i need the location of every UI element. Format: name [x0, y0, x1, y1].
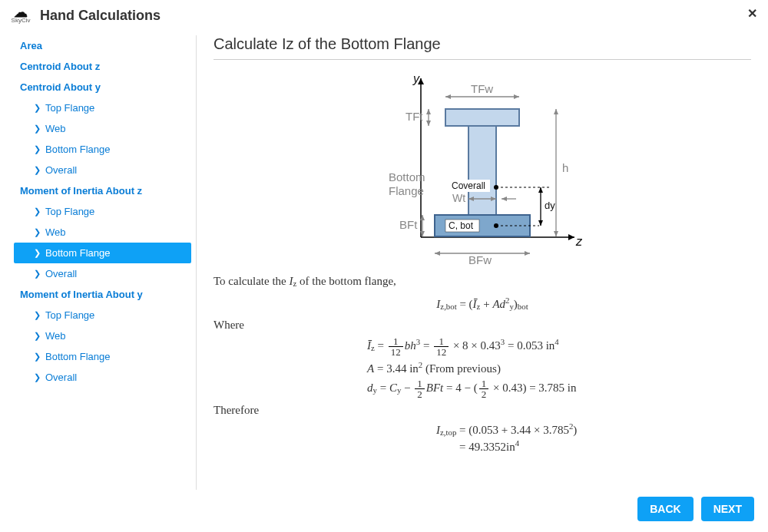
svg-marker-9: [514, 94, 519, 99]
sidebar-item-label: Moment of Inertia About y: [20, 289, 143, 300]
close-icon[interactable]: ✕: [747, 6, 757, 21]
svg-rect-5: [468, 126, 496, 215]
dim-wt: Wt: [452, 192, 465, 204]
dim-bfw: BFw: [468, 253, 492, 264]
sidebar-item-top-flange[interactable]: ❯Top Flange: [14, 305, 191, 325]
axis-y-label: y: [412, 72, 420, 85]
sidebar-item-web[interactable]: ❯Web: [14, 222, 191, 243]
svg-marker-18: [554, 231, 558, 236]
svg-marker-31: [502, 197, 507, 201]
sidebar-item-label: Moment of Inertia About z: [20, 185, 142, 197]
sidebar-item-web[interactable]: ❯Web: [14, 325, 191, 346]
sidebar-item-label: Overall: [45, 372, 77, 383]
sidebar-item-label: Top Flange: [45, 206, 94, 217]
dim-tfw: TFw: [471, 82, 493, 95]
content-panel: Calculate Iz of the Bottom Flange y z TF…: [197, 35, 759, 490]
svg-marker-35: [525, 251, 530, 256]
para-intro: To calculate the Iz of the bottom flange…: [214, 275, 751, 288]
svg-marker-8: [445, 94, 451, 99]
sidebar-item-label: Bottom Flange: [45, 247, 111, 259]
sidebar: AreaCentroid About zCentroid About y❯Top…: [9, 35, 197, 490]
dim-h: h: [562, 161, 568, 174]
sidebar-item-area[interactable]: Area: [14, 35, 191, 56]
svg-marker-12: [426, 121, 431, 126]
chevron-right-icon: ❯: [34, 248, 41, 258]
next-button[interactable]: NEXT: [701, 497, 754, 521]
eq-area: A = 3.44 in2 (From previous): [367, 360, 751, 375]
eq-ibar: Īz = 112bh3 = 112 × 8 × 0.433 = 0.053 in…: [367, 336, 751, 357]
para-therefore: Therefore: [214, 404, 751, 417]
sidebar-item-overall[interactable]: ❯Overall: [14, 160, 191, 180]
dialog-title: Hand Calculations: [40, 8, 161, 24]
sidebar-item-label: Area: [20, 40, 42, 51]
sidebar-item-label: Web: [45, 123, 66, 134]
svg-point-24: [494, 185, 498, 190]
page-title: Calculate Iz of the Bottom Flange: [214, 35, 751, 60]
axis-z-label: z: [575, 235, 583, 248]
svg-marker-17: [554, 109, 558, 114]
chevron-right-icon: ❯: [34, 352, 41, 362]
sidebar-item-label: Bottom Flange: [45, 144, 111, 155]
eq-main: Iz,bot = (Īz + Ad2y)bot: [214, 296, 751, 311]
chevron-right-icon: ❯: [34, 144, 41, 154]
sidebar-item-overall[interactable]: ❯Overall: [14, 367, 191, 388]
svg-marker-20: [538, 187, 543, 193]
sidebar-item-label: Top Flange: [45, 102, 94, 114]
lbl-bottom: Bottom: [389, 170, 425, 183]
chevron-right-icon: ❯: [34, 331, 41, 341]
sidebar-item-bottom-flange[interactable]: ❯Bottom Flange: [14, 243, 191, 263]
lbl-coverall: Coverall: [452, 180, 485, 191]
sidebar-item-top-flange[interactable]: ❯Top Flange: [14, 201, 191, 222]
sidebar-item-label: Web: [45, 226, 66, 238]
eq-result1: Iz,top = (0.053 + 3.44 × 3.7852): [436, 421, 751, 437]
dim-tft: TFt: [406, 110, 423, 123]
chevron-right-icon: ❯: [34, 269, 41, 279]
dialog-body: AreaCentroid About zCentroid About y❯Top…: [0, 29, 768, 490]
sidebar-item-overall[interactable]: ❯Overall: [14, 263, 191, 284]
chevron-right-icon: ❯: [34, 207, 41, 216]
lbl-flange: Flange: [389, 184, 424, 197]
para-where: Where: [214, 319, 751, 332]
svg-marker-11: [426, 109, 431, 114]
sidebar-item-label: Centroid About z: [20, 61, 100, 72]
eq-dy: dy = Cy − 12BFt = 4 − (12 × 0.43) = 3.78…: [367, 378, 751, 399]
sidebar-item-label: Overall: [45, 164, 77, 176]
sidebar-item-top-flange[interactable]: ❯Top Flange: [14, 97, 191, 118]
svg-point-25: [494, 223, 498, 228]
dim-dy: dy: [545, 200, 555, 211]
sidebar-item-label: Web: [45, 330, 66, 342]
logo: ☁ SkyCiv: [8, 6, 34, 25]
dialog-header: ☁ SkyCiv Hand Calculations ✕: [0, 0, 768, 29]
chevron-right-icon: ❯: [34, 124, 41, 134]
svg-marker-34: [435, 251, 440, 256]
chevron-right-icon: ❯: [34, 165, 41, 175]
svg-rect-4: [445, 109, 519, 126]
sidebar-item-moment-of-inertia-about-z[interactable]: Moment of Inertia About z: [14, 180, 191, 201]
logo-text: SkyCiv: [12, 18, 31, 24]
back-button[interactable]: BACK: [637, 497, 693, 521]
sidebar-item-bottom-flange[interactable]: ❯Bottom Flange: [14, 139, 191, 160]
sidebar-item-centroid-about-z[interactable]: Centroid About z: [14, 56, 191, 77]
sidebar-item-label: Overall: [45, 268, 77, 279]
diagram: y z TFw TFt BFt: [214, 72, 751, 264]
sidebar-item-moment-of-inertia-about-y[interactable]: Moment of Inertia About y: [14, 284, 191, 305]
chevron-right-icon: ❯: [34, 103, 41, 113]
footer-buttons: BACK NEXT: [637, 497, 754, 521]
sidebar-item-bottom-flange[interactable]: ❯Bottom Flange: [14, 346, 191, 367]
sidebar-item-label: Top Flange: [45, 309, 94, 321]
dim-bft: BFt: [399, 218, 418, 231]
sidebar-item-centroid-about-y[interactable]: Centroid About y: [14, 77, 191, 97]
logo-icon: ☁: [14, 7, 28, 18]
chevron-right-icon: ❯: [34, 310, 41, 320]
chevron-right-icon: ❯: [34, 227, 41, 237]
svg-marker-1: [568, 234, 574, 240]
sidebar-item-web[interactable]: ❯Web: [14, 118, 191, 139]
chevron-right-icon: ❯: [34, 372, 41, 382]
svg-marker-21: [538, 220, 543, 226]
lbl-cbot: C, bot: [449, 220, 474, 231]
sidebar-item-label: Bottom Flange: [45, 351, 111, 362]
sidebar-item-label: Centroid About y: [20, 81, 101, 93]
eq-result2: = 49.3352in4: [459, 438, 751, 454]
